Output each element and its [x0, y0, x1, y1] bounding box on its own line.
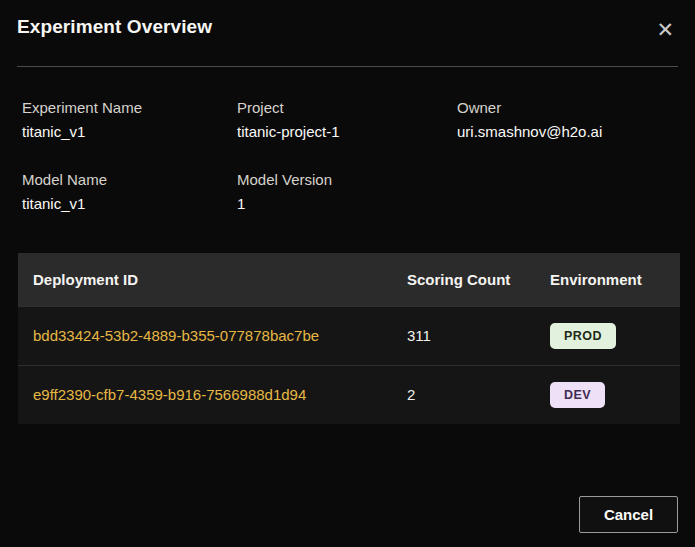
- field-value: titanic-project-1: [237, 122, 457, 142]
- field-label: Model Version: [237, 171, 457, 190]
- deployment-id-link[interactable]: e9ff2390-cfb7-4359-b916-7566988d1d94: [33, 386, 306, 403]
- field-owner: Owner uri.smashnov@h2o.ai: [457, 99, 678, 141]
- deployments-table: Deployment ID Scoring Count Environment …: [18, 253, 680, 424]
- column-header-deployment-id: Deployment ID: [18, 271, 392, 288]
- close-icon[interactable]: ✕: [652, 17, 678, 42]
- field-label: Project: [237, 99, 457, 118]
- table-row: e9ff2390-cfb7-4359-b916-7566988d1d94 2 D…: [18, 365, 680, 424]
- field-spacer: [457, 171, 678, 213]
- column-header-scoring-count: Scoring Count: [392, 271, 535, 288]
- experiment-overview-dialog: Experiment Overview ✕ Experiment Name ti…: [0, 0, 695, 547]
- column-header-environment: Environment: [535, 271, 680, 288]
- field-project: Project titanic-project-1: [237, 99, 457, 141]
- cancel-button[interactable]: Cancel: [579, 496, 678, 533]
- experiment-fields: Experiment Name titanic_v1 Project titan…: [0, 67, 695, 214]
- table-header-row: Deployment ID Scoring Count Environment: [18, 253, 680, 306]
- environment-badge: DEV: [550, 382, 605, 408]
- scoring-count-value: 311: [392, 327, 535, 344]
- field-label: Owner: [457, 99, 678, 118]
- scoring-count-value: 2: [392, 386, 535, 403]
- field-label: Experiment Name: [22, 99, 237, 118]
- field-value: titanic_v1: [22, 194, 237, 214]
- field-value: 1: [237, 194, 457, 214]
- field-model-name: Model Name titanic_v1: [22, 171, 237, 213]
- dialog-header: Experiment Overview ✕: [0, 0, 695, 42]
- page-title: Experiment Overview: [17, 16, 212, 38]
- field-model-version: Model Version 1: [237, 171, 457, 213]
- field-value: uri.smashnov@h2o.ai: [457, 122, 678, 142]
- field-experiment-name: Experiment Name titanic_v1: [22, 99, 237, 141]
- environment-badge: PROD: [550, 323, 616, 349]
- field-label: Model Name: [22, 171, 237, 190]
- field-value: titanic_v1: [22, 122, 237, 142]
- table-row: bdd33424-53b2-4889-b355-077878bac7be 311…: [18, 306, 680, 365]
- deployment-id-link[interactable]: bdd33424-53b2-4889-b355-077878bac7be: [33, 327, 319, 344]
